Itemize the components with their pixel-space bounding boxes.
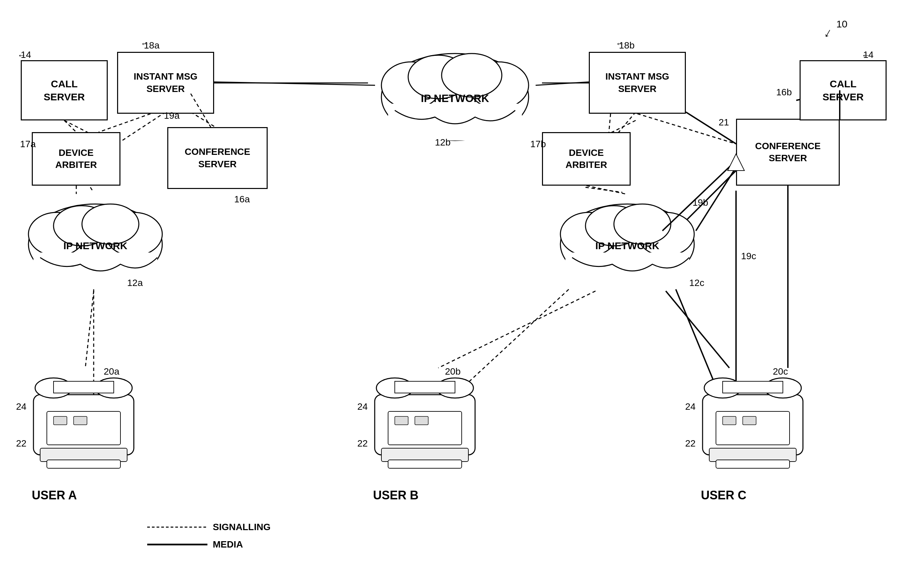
- svg-line-1: [117, 112, 166, 144]
- user-c-label: USER C: [701, 488, 746, 502]
- ref-24-a: 24: [16, 401, 26, 412]
- svg-line-67: [64, 120, 76, 132]
- svg-rect-61: [723, 417, 736, 425]
- conference-server-right: CONFERENCESERVER: [736, 119, 840, 186]
- user-a-label: USER A: [32, 488, 77, 502]
- ref-20a: 20a: [104, 366, 120, 377]
- instant-msg-server-right: INSTANT MSGSERVER: [589, 52, 686, 114]
- phone-user-b: [361, 368, 488, 475]
- ref-12b: 12b: [435, 137, 451, 148]
- svg-line-71: [85, 291, 94, 368]
- ip-network-left: IP NETWORK: [20, 191, 171, 291]
- signalling-label: SIGNALLING: [213, 522, 271, 533]
- instant-msg-server-left: INSTANT MSGSERVER: [117, 52, 214, 114]
- ref-17b: 17b: [530, 139, 546, 150]
- svg-rect-43: [53, 417, 67, 425]
- svg-line-6: [536, 82, 589, 85]
- call-server-left: CALLSERVER: [21, 60, 108, 120]
- svg-rect-41: [53, 381, 114, 393]
- svg-rect-62: [743, 417, 756, 425]
- svg-line-5: [214, 82, 375, 85]
- ref-10: 10: [837, 18, 848, 30]
- svg-line-74: [609, 114, 611, 132]
- svg-rect-52: [395, 417, 408, 425]
- ref-22-c: 22: [685, 438, 696, 449]
- ip-network-right: IP NETWORK: [552, 191, 703, 291]
- svg-rect-46: [47, 460, 120, 468]
- svg-text:IP NETWORK: IP NETWORK: [421, 92, 489, 104]
- svg-line-7: [609, 120, 636, 134]
- conference-server-left: CONFERENCESERVER: [167, 127, 268, 189]
- svg-line-76: [438, 291, 596, 368]
- phone-user-a: [20, 368, 147, 475]
- legend: SIGNALLING MEDIA: [147, 522, 271, 556]
- ref-24-b: 24: [357, 401, 368, 412]
- user-b-label: USER B: [373, 488, 418, 502]
- ref-19a: 19a: [164, 110, 180, 121]
- svg-rect-59: [723, 381, 783, 393]
- ref-17a: 17a: [20, 139, 36, 150]
- ref-22-b: 22: [357, 438, 368, 449]
- svg-text:IP NETWORK: IP NETWORK: [595, 240, 659, 251]
- ref-16a: 16a: [234, 194, 250, 205]
- device-arbiter-left: DEVICEARBITER: [32, 132, 120, 186]
- svg-rect-55: [388, 460, 462, 468]
- ref-20c: 20c: [773, 366, 788, 377]
- ref-22-a: 22: [16, 438, 26, 449]
- svg-line-78: [666, 291, 729, 368]
- svg-rect-53: [415, 417, 428, 425]
- ref-21: 21: [719, 117, 729, 128]
- ref-24-c: 24: [685, 401, 696, 412]
- svg-point-21: [442, 53, 502, 97]
- ref-19c: 19c: [741, 251, 756, 262]
- svg-point-35: [614, 204, 671, 244]
- diagram: 10 ↑ CALLSERVER 14 ← INSTANT MSGSERVER 1…: [0, 0, 911, 588]
- call-server-right: CALLSERVER: [800, 60, 887, 120]
- svg-rect-50: [395, 381, 455, 393]
- svg-line-0: [64, 120, 90, 134]
- phone-user-c: [689, 368, 816, 475]
- device-arbiter-right: DEVICEARBITER: [542, 132, 631, 186]
- ip-network-center: IP NETWORK: [368, 37, 542, 150]
- svg-text:IP NETWORK: IP NETWORK: [63, 240, 127, 251]
- ref-12a: 12a: [127, 278, 143, 288]
- svg-point-28: [82, 204, 139, 244]
- ref-12c: 12c: [689, 278, 704, 288]
- ref-16b: 16b: [776, 87, 792, 98]
- ref-20b: 20b: [445, 366, 461, 377]
- svg-rect-64: [716, 460, 790, 468]
- media-label: MEDIA: [213, 539, 243, 550]
- svg-rect-36: [565, 252, 689, 286]
- svg-rect-22: [388, 104, 522, 141]
- svg-rect-44: [74, 417, 87, 425]
